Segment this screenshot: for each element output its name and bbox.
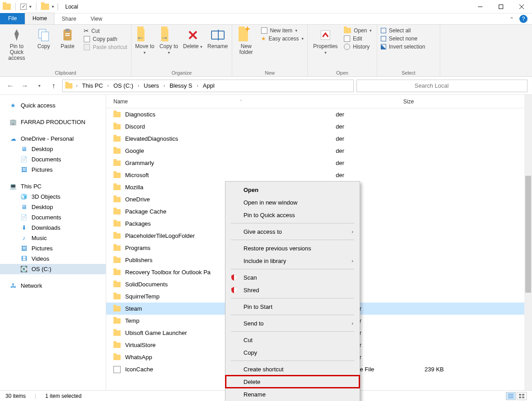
nav-farrad[interactable]: 🏢FARRAD PRODUCTION [0,117,106,127]
ctx-shred[interactable]: Shred [225,284,360,296]
nav-od-pictures[interactable]: 🖼Pictures [0,165,106,175]
ctx-open[interactable]: Open [225,183,360,196]
crumb[interactable]: Blessy S [167,82,195,89]
paste-button[interactable]: Paste [58,27,77,49]
scrollbar-thumb[interactable] [525,176,531,293]
close-button[interactable] [511,0,532,13]
rename-button[interactable]: Rename [207,27,228,49]
crumb[interactable]: Users [141,82,162,89]
navigation-pane: ★Quick access 🏢FARRAD PRODUCTION ☁OneDri… [0,95,106,390]
nav-desktop[interactable]: 🖥Desktop [0,202,106,212]
back-button[interactable]: ← [5,80,16,92]
nav-quick-access[interactable]: ★Quick access [0,100,106,111]
pin-to-quick-access-button[interactable]: Pin to Quick access [4,27,30,61]
easy-access-button[interactable]: ★Easy access ▾ [261,35,304,43]
forward-button[interactable]: → [19,80,31,92]
up-button[interactable]: ↑ [48,80,59,92]
details-view-button[interactable] [506,392,516,400]
crumb[interactable]: This PC [79,82,105,89]
ctx-pin-quick-access[interactable]: Pin to Quick access [225,209,360,221]
tab-file[interactable]: File [0,13,25,24]
chevron-right-icon[interactable]: › [75,83,78,88]
table-row[interactable]: Grammarlyder [106,157,532,169]
col-size[interactable]: Size [403,98,448,105]
edit-button[interactable]: Edit [344,35,372,43]
search-input[interactable]: Search Local [356,80,527,92]
invert-selection-button[interactable]: Invert selection [381,43,425,51]
open-button[interactable]: Open ▾ [344,27,372,35]
chevron-right-icon[interactable]: › [196,83,199,88]
column-headers[interactable]: Name˄ Date modified Type Size [106,95,532,108]
folder-icon [113,270,121,275]
cut-button[interactable]: Cut [84,27,127,35]
nav-network[interactable]: 🖧Network [0,281,106,291]
copy-path-button[interactable]: Copy path [84,35,127,43]
maximize-button[interactable] [491,0,511,13]
vertical-scrollbar[interactable] [524,95,532,390]
nav-onedrive[interactable]: ☁OneDrive - Personal [0,134,106,144]
file-icon [113,366,121,373]
move-to-button[interactable]: ← Move to ▾ [135,27,154,56]
tab-share[interactable]: Share [54,13,83,24]
ctx-send-to[interactable]: Send to› [225,317,360,330]
table-row[interactable]: Microsoftder [106,169,532,181]
nav-od-documents[interactable]: 📄Documents [0,154,106,165]
history-button[interactable]: History [344,43,372,51]
ctx-give-access-to[interactable]: Give access to› [225,225,360,238]
nav-videos[interactable]: 🎞Videos [0,254,106,264]
delete-button[interactable]: ✕ Delete ▾ [183,27,203,50]
svg-rect-14 [519,394,521,396]
file-type: der [336,111,403,118]
table-row[interactable]: Diagnosticsder [106,108,532,120]
table-row[interactable]: Googleder [106,145,532,157]
select-none-button[interactable]: Select none [381,35,425,43]
nav-od-desktop[interactable]: 🖥Desktop [0,144,106,154]
tab-home[interactable]: Home [25,13,54,24]
collapse-ribbon-button[interactable]: ⌃ [506,14,518,24]
copy-to-button[interactable]: → Copy to ▾ [159,27,178,56]
recent-locations-button[interactable]: ▾ [33,80,45,92]
chevron-right-icon[interactable]: › [107,83,110,88]
file-name: VirtualStore [125,342,156,348]
table-row[interactable]: Discordder [106,120,532,133]
address-bar[interactable]: › This PC › OS (C:) › Users › Blessy S ›… [62,80,354,92]
select-all-button[interactable]: Select all [381,27,425,35]
ctx-pin-to-start[interactable]: Pin to Start [225,300,360,313]
nav-documents[interactable]: 📄Documents [0,212,106,223]
tab-view[interactable]: View [83,13,109,24]
col-name[interactable]: Name [113,98,128,105]
ctx-restore-previous[interactable]: Restore previous versions [225,242,360,254]
table-row[interactable]: ElevatedDiagnosticsder [106,133,532,145]
nav-this-pc[interactable]: 💻This PC [0,181,106,192]
chevron-right-icon[interactable]: › [162,83,166,88]
nav-os-c[interactable]: 💽OS (C:) [0,264,106,274]
help-button[interactable]: ? [519,15,527,23]
crumb[interactable]: OS (C:) [111,82,136,89]
nav-3d-objects[interactable]: 🧊3D Objects [0,192,106,202]
folder-icon [113,306,121,312]
ctx-open-new-window[interactable]: Open in new window [225,196,360,209]
nav-pictures[interactable]: 🖼Pictures [0,243,106,254]
ctx-scan[interactable]: Scan [225,271,360,284]
new-folder-button[interactable]: ✦ New folder [236,27,257,55]
large-icons-view-button[interactable] [517,392,527,400]
file-name: Programs [125,245,150,251]
ctx-include-in-library[interactable]: Include in library› [225,254,360,267]
ctx-create-shortcut[interactable]: Create shortcut [225,363,360,375]
qat-properties-icon[interactable]: ✓ [20,4,27,10]
ctx-delete[interactable]: Delete [225,375,360,388]
properties-button[interactable]: Properties ▾ [311,27,339,56]
chevron-right-icon[interactable]: › [137,83,140,88]
qat-customize-icon[interactable]: ▾ [52,4,54,9]
nav-downloads[interactable]: ⬇Downloads [0,223,106,233]
copy-button[interactable]: Copy [34,27,53,49]
chevron-down-icon[interactable]: ▾ [29,4,32,9]
paste-shortcut-button[interactable]: Paste shortcut [84,43,127,51]
minimize-button[interactable] [470,0,491,13]
crumb[interactable]: Appl [200,82,217,89]
ctx-cut[interactable]: Cut [225,334,360,346]
ctx-copy[interactable]: Copy [225,346,360,359]
nav-music[interactable]: ♪Music [0,233,106,243]
ctx-rename[interactable]: Rename [225,388,360,401]
new-item-button[interactable]: New item ▾ [261,27,304,35]
